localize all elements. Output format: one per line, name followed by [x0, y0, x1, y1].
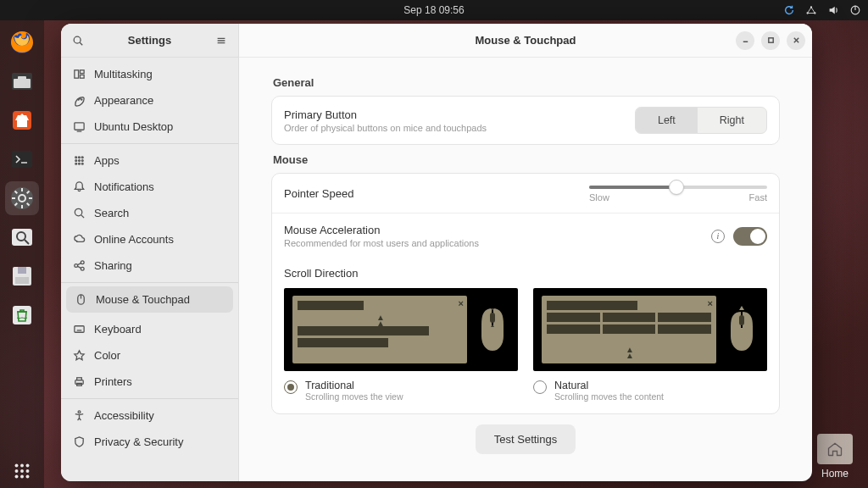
sidebar-item-label: Notifications [94, 180, 154, 193]
svg-rect-77 [77, 378, 82, 380]
svg-rect-8 [18, 76, 26, 80]
natural-radio[interactable] [533, 380, 547, 394]
sidebar-item-privacy[interactable]: Privacy & Security [61, 429, 238, 455]
test-settings-button[interactable]: Test Settings [476, 424, 576, 454]
primary-button-right[interactable]: Right [698, 108, 766, 133]
sidebar-item-multitasking[interactable]: Multitasking [61, 61, 238, 87]
dock-app-terminal[interactable] [5, 142, 39, 176]
mouse-accel-sub: Recommended for most users and applicati… [284, 238, 711, 248]
sidebar-item-search[interactable]: Search [61, 200, 238, 226]
sidebar-item-label: Apps [94, 154, 120, 167]
dock [0, 20, 44, 488]
sidebar-item-label: Color [94, 349, 120, 362]
sidebar-item-online-accounts[interactable]: Online Accounts [61, 226, 238, 252]
status-tray[interactable] [783, 4, 861, 16]
sidebar-title: Settings [128, 34, 171, 47]
desktop-home-icon[interactable]: Home [817, 434, 853, 480]
scroll-option-traditional[interactable]: × ▲▲ [284, 288, 518, 402]
dock-app-disk[interactable] [5, 259, 39, 293]
menu-button[interactable] [209, 29, 233, 53]
svg-point-33 [20, 469, 24, 473]
sidebar-item-mouse-touchpad[interactable]: Mouse & Touchpad [66, 286, 233, 313]
svg-point-34 [26, 469, 30, 473]
info-icon[interactable]: i [711, 230, 725, 243]
maximize-button[interactable] [761, 31, 780, 50]
dock-show-apps[interactable] [5, 454, 39, 488]
sidebar: Settings Multitasking Appearance Ubuntu … [61, 24, 239, 481]
svg-point-56 [81, 160, 83, 162]
sidebar-item-label: Accessibility [94, 409, 154, 422]
sidebar-item-label: Appearance [94, 94, 153, 107]
sidebar-item-notifications[interactable]: Notifications [61, 174, 238, 200]
svg-point-31 [26, 464, 30, 468]
general-card: Primary Button Order of physical buttons… [271, 96, 780, 145]
sidebar-item-appearance[interactable]: Appearance [61, 87, 238, 114]
primary-button-row: Primary Button Order of physical buttons… [272, 97, 779, 144]
dock-app-firefox[interactable] [5, 25, 39, 59]
dock-app-trash[interactable] [5, 298, 39, 332]
sidebar-item-apps[interactable]: Apps [61, 147, 238, 174]
mouse-accel-switch[interactable] [733, 227, 767, 246]
main-header: Mouse & Touchpad [239, 24, 812, 58]
search-button[interactable] [66, 29, 90, 53]
scroll-option-natural[interactable]: × ▲▲ [533, 288, 767, 402]
mouse-accel-label: Mouse Acceleration [284, 224, 711, 236]
svg-point-52 [79, 157, 81, 158]
clock[interactable]: Sep 18 09:56 [403, 4, 464, 16]
sidebar-item-label: Multitasking [94, 68, 153, 80]
traditional-title: Traditional [305, 380, 403, 391]
page-title: Mouse & Touchpad [476, 34, 576, 47]
sidebar-item-ubuntu-desktop[interactable]: Ubuntu Desktop [61, 114, 238, 140]
svg-point-63 [75, 264, 78, 268]
sidebar-item-printers[interactable]: Printers [61, 369, 238, 395]
dock-app-files[interactable] [5, 64, 39, 98]
sidebar-item-color[interactable]: Color [61, 342, 238, 369]
dock-app-settings[interactable] [5, 181, 39, 215]
sidebar-item-sharing[interactable]: Sharing [61, 252, 238, 279]
scroll-direction-label: Scroll Direction [272, 258, 779, 280]
pointer-speed-slider[interactable] [589, 186, 767, 189]
traditional-radio[interactable] [284, 380, 298, 394]
svg-point-60 [75, 208, 81, 215]
sidebar-item-label: Sharing [94, 259, 132, 272]
traditional-diagram: × ▲▲ [284, 288, 518, 371]
svg-rect-27 [15, 277, 29, 284]
sidebar-item-label: Printers [94, 375, 132, 388]
traditional-sub: Scrolling moves the view [305, 391, 403, 402]
svg-point-32 [15, 469, 19, 473]
sidebar-item-accessibility[interactable]: Accessibility [61, 402, 238, 429]
svg-point-58 [79, 163, 81, 164]
svg-rect-7 [14, 79, 31, 88]
svg-point-46 [78, 99, 79, 100]
section-title-general: General [273, 76, 780, 89]
refresh-icon [783, 4, 795, 16]
svg-point-35 [15, 475, 19, 479]
mouse-icon [725, 304, 759, 355]
svg-rect-49 [75, 123, 84, 130]
svg-rect-10 [17, 120, 27, 127]
mouse-card: Pointer Speed Slow Fast Mo [271, 173, 780, 414]
dock-app-image-viewer[interactable] [5, 220, 39, 254]
natural-title: Natural [554, 380, 664, 391]
slider-fast-label: Fast [749, 192, 767, 202]
pointer-speed-label: Pointer Speed [284, 187, 353, 200]
svg-rect-43 [75, 70, 79, 78]
svg-point-36 [20, 475, 24, 479]
sidebar-item-label: Mouse & Touchpad [96, 293, 190, 306]
svg-line-65 [78, 263, 81, 265]
content-area: General Primary Button Order of physical… [239, 58, 812, 481]
sidebar-item-keyboard[interactable]: Keyboard [61, 316, 238, 342]
primary-button-left[interactable]: Left [636, 108, 698, 133]
minimize-button[interactable] [736, 31, 754, 50]
sidebar-item-label: Online Accounts [94, 233, 174, 246]
pointer-speed-row: Pointer Speed Slow Fast [272, 174, 779, 213]
svg-point-55 [79, 160, 81, 162]
svg-point-47 [80, 98, 81, 99]
natural-sub: Scrolling moves the content [554, 391, 664, 402]
primary-button-sub: Order of physical buttons on mice and to… [284, 123, 635, 133]
primary-button-label: Primary Button [284, 108, 635, 121]
dock-app-software[interactable] [5, 103, 39, 137]
svg-line-66 [78, 266, 81, 268]
svg-rect-81 [768, 38, 772, 42]
close-button[interactable] [787, 31, 805, 50]
